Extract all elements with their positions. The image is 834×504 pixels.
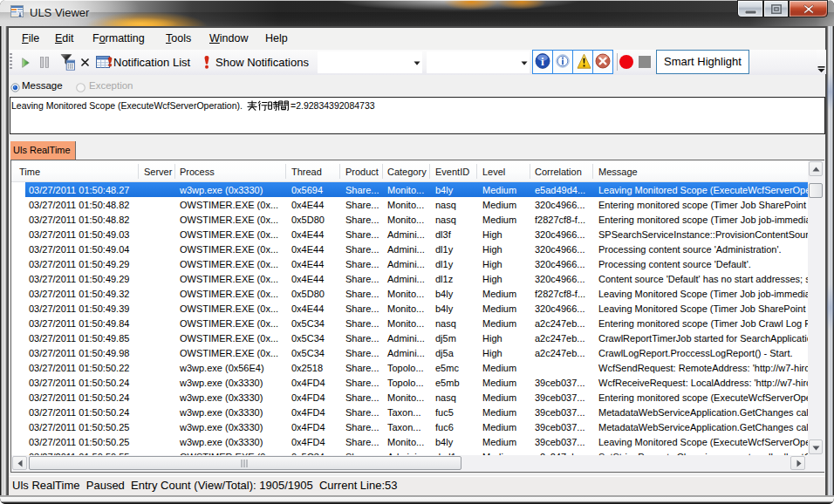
svg-text:i: i bbox=[541, 55, 544, 68]
